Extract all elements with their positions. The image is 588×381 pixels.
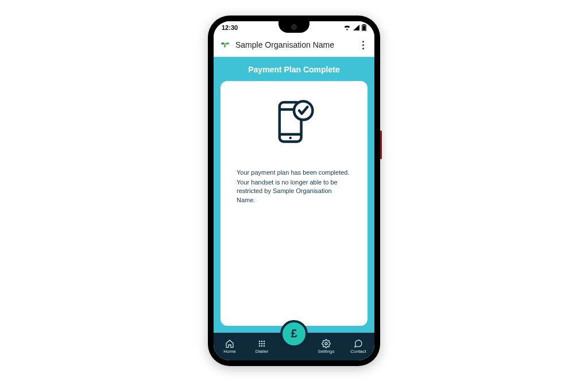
nav-home[interactable]: Home xyxy=(216,339,243,354)
battery-icon xyxy=(362,24,366,31)
content-area: Payment Plan Complete Your payment plan … xyxy=(214,57,374,333)
svg-point-6 xyxy=(289,136,292,139)
svg-point-17 xyxy=(325,342,327,345)
bottom-nav: Home Dialler Settings xyxy=(214,333,374,360)
app-bar: Sample Organisation Name xyxy=(214,34,374,57)
phone-checkmark-icon xyxy=(268,97,320,151)
nav-settings[interactable]: Settings xyxy=(312,339,340,354)
notch xyxy=(278,21,310,33)
message-line-2: Your handset is no longer able to be res… xyxy=(237,178,351,205)
nav-contact[interactable]: Contact xyxy=(345,339,372,354)
gear-icon xyxy=(322,339,331,348)
nav-dialler[interactable]: Dialler xyxy=(248,339,276,354)
nav-dialler-label: Dialler xyxy=(256,349,269,354)
svg-point-15 xyxy=(261,345,263,347)
completion-message: Your payment plan has been completed. Yo… xyxy=(237,168,351,206)
page-title: Payment Plan Complete xyxy=(220,57,368,81)
svg-point-8 xyxy=(259,340,261,342)
status-time: 12:30 xyxy=(222,24,238,31)
chat-icon xyxy=(354,339,363,348)
menu-kebab-icon[interactable] xyxy=(357,39,369,51)
home-icon xyxy=(225,339,234,348)
svg-point-13 xyxy=(264,342,265,344)
svg-point-11 xyxy=(259,342,261,344)
app-title: Sample Organisation Name xyxy=(235,40,353,49)
svg-point-14 xyxy=(259,345,261,347)
fab-payment[interactable]: £ xyxy=(280,320,308,348)
dialpad-icon xyxy=(257,339,266,348)
phone-frame: 12:30 xyxy=(208,16,380,366)
completion-card: Your payment plan has been completed. Yo… xyxy=(220,81,368,326)
power-button xyxy=(380,130,382,159)
signal-icon xyxy=(353,25,359,30)
nav-contact-label: Contact xyxy=(350,349,366,354)
svg-point-10 xyxy=(264,340,265,342)
svg-point-12 xyxy=(261,342,263,344)
app-logo-icon xyxy=(219,38,231,52)
nav-home-label: Home xyxy=(223,349,235,354)
status-icons xyxy=(343,24,366,31)
nav-settings-label: Settings xyxy=(318,349,335,354)
pound-icon: £ xyxy=(291,327,297,340)
screen: 12:30 xyxy=(214,21,374,360)
wifi-icon xyxy=(343,25,351,30)
svg-rect-2 xyxy=(362,25,365,30)
message-line-1: Your payment plan has been completed. xyxy=(237,168,351,177)
svg-point-9 xyxy=(261,340,263,342)
svg-point-16 xyxy=(264,345,265,347)
